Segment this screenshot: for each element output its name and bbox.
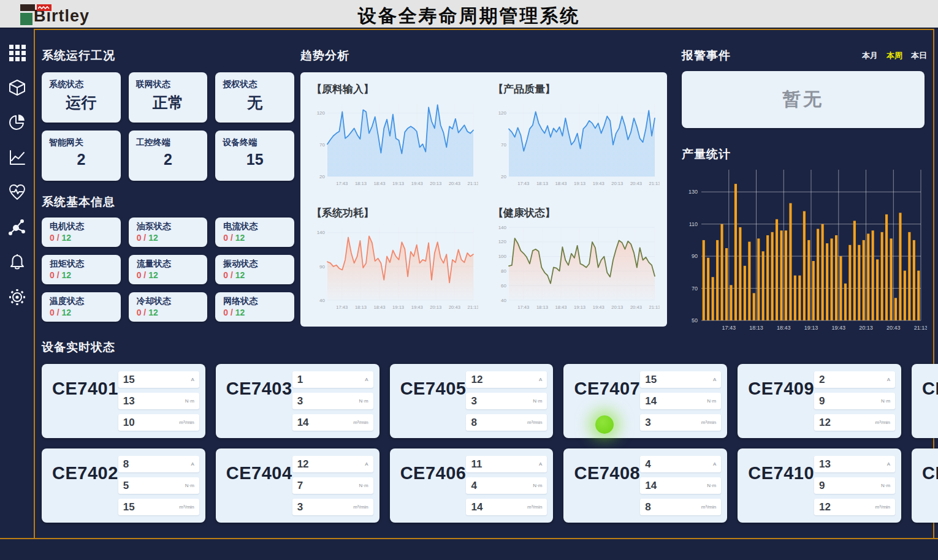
device-card-ce7409[interactable]: CE74092A9N·m12m³/min — [738, 364, 901, 438]
alarm-tab-本周[interactable]: 本周 — [887, 50, 902, 61]
grid-icon[interactable] — [7, 42, 28, 63]
device-name: CE7408 — [563, 448, 640, 523]
status-card: 授权状态无 — [215, 72, 294, 123]
device-metrics: 15A13N·m10m³/min — [118, 364, 205, 438]
device-card-ce7408[interactable]: CE74084A14N·m8m³/min — [563, 448, 727, 523]
section-title-production: 产量统计 — [682, 146, 927, 162]
device-metrics: 2A9N·m12m³/min — [814, 364, 901, 438]
info-card-label: 电机状态 — [50, 221, 113, 232]
svg-text:90: 90 — [692, 253, 698, 259]
svg-text:21:13: 21:13 — [467, 181, 478, 186]
section-title-devices: 设备实时状态 — [42, 339, 928, 355]
device-name: CE7405 — [390, 364, 467, 438]
metric-unit: N·m — [359, 483, 368, 488]
svg-text:19:13: 19:13 — [574, 181, 585, 186]
device-card-ce7406[interactable]: CE740611A4N·m14m³/min — [390, 448, 554, 523]
device-metric-row: 12A — [292, 456, 373, 472]
device-metric-row: 3m³/min — [640, 414, 721, 431]
count-total: 12 — [235, 308, 245, 317]
network-icon[interactable] — [7, 217, 28, 238]
device-card-ce7412[interactable]: CE74126A15N·m10m³/min — [912, 448, 938, 523]
device-card-ce7410[interactable]: CE741013A9N·m12m³/min — [738, 448, 901, 523]
device-card-ce7402[interactable]: CE74028A5N·m15m³/min — [42, 448, 205, 523]
count-current: 0 / — [137, 270, 148, 280]
trend-chart-title: 【健康状态】 — [493, 206, 660, 220]
svg-text:20:13: 20:13 — [611, 305, 623, 310]
svg-text:50: 50 — [692, 317, 698, 324]
device-card-ce7404[interactable]: CE740412A7N·m3m³/min — [216, 448, 379, 523]
metric-unit: N·m — [707, 398, 716, 404]
count-current: 0 / — [50, 308, 61, 317]
alarm-tab-本月[interactable]: 本月 — [862, 50, 878, 61]
svg-text:21:13: 21:13 — [914, 325, 927, 331]
metric-unit: m³/min — [701, 420, 716, 425]
svg-text:20:13: 20:13 — [859, 325, 873, 331]
device-metric-row: 8m³/min — [466, 414, 547, 431]
svg-text:120: 120 — [317, 110, 326, 116]
svg-text:17:43: 17:43 — [517, 305, 529, 310]
metric-unit: N·m — [359, 398, 368, 404]
svg-text:20:43: 20:43 — [630, 181, 642, 186]
device-metric-row: 12A — [466, 371, 547, 388]
device-card-ce7407[interactable]: CE740715A14N·m3m³/min — [563, 364, 727, 438]
alarm-tab-本日[interactable]: 本日 — [911, 50, 927, 61]
cube-icon[interactable] — [7, 77, 28, 98]
status-card-value: 15 — [223, 151, 287, 168]
info-card-label: 温度状态 — [50, 296, 113, 307]
svg-text:20: 20 — [319, 174, 325, 180]
metric-unit: A — [365, 377, 368, 382]
status-card-label: 工控终端 — [136, 137, 200, 148]
info-card-label: 电流状态 — [223, 221, 286, 232]
status-card-label: 联网状态 — [136, 79, 200, 90]
metric-value: 13 — [819, 458, 831, 471]
info-card-count: 0 / 12 — [223, 233, 286, 243]
trend-chart-title: 【原料输入】 — [311, 82, 478, 96]
svg-text:40: 40 — [319, 297, 325, 303]
system-status-cards: 系统状态运行联网状态正常授权状态无智能网关2工控终端2设备终端15 — [42, 72, 294, 181]
device-name: CE7404 — [216, 448, 292, 523]
svg-text:20:43: 20:43 — [449, 305, 460, 310]
device-metric-row: 8m³/min — [640, 499, 721, 515]
device-metrics: 15A14N·m3m³/min — [640, 364, 727, 438]
device-card-ce7401[interactable]: CE740115A13N·m10m³/min — [42, 364, 205, 438]
metric-value: 14 — [471, 501, 482, 513]
metric-unit: N·m — [533, 483, 542, 488]
bell-icon[interactable] — [7, 252, 28, 273]
trend-chart-title: 【产品质量】 — [493, 82, 660, 96]
device-metric-row: 11A — [466, 456, 547, 472]
info-card-count: 0 / 12 — [50, 308, 113, 317]
info-card-count: 0 / 12 — [50, 270, 113, 280]
metric-value: 8 — [471, 417, 476, 429]
device-metric-row: 12m³/min — [814, 414, 895, 431]
device-metric-row: 14N·m — [640, 477, 721, 494]
svg-text:20:13: 20:13 — [430, 305, 441, 310]
device-card-ce7403[interactable]: CE74031A3N·m14m³/min — [216, 364, 379, 438]
svg-text:17:43: 17:43 — [517, 181, 529, 186]
trend-chart-canvas: 207012017:4318:1318:4319:1319:4320:1320:… — [493, 97, 660, 189]
info-card-count: 0 / 12 — [223, 270, 286, 280]
metric-unit: m³/min — [527, 420, 542, 425]
trend-panel: 【原料输入】207012017:4318:1318:4319:1319:4320… — [300, 72, 667, 327]
status-card-value: 正常 — [136, 93, 200, 113]
gear-icon[interactable] — [7, 287, 28, 308]
pie-chart-icon[interactable] — [7, 112, 28, 133]
metric-unit: A — [539, 461, 542, 467]
sidebar — [0, 29, 34, 538]
svg-text:140: 140 — [498, 224, 507, 230]
metric-unit: A — [887, 461, 890, 467]
svg-text:80: 80 — [501, 268, 506, 274]
device-card-grid: CE740115A13N·m10m³/minCE74031A3N·m14m³/m… — [42, 364, 928, 523]
status-card-value: 2 — [136, 151, 200, 168]
line-chart-icon[interactable] — [7, 147, 28, 168]
status-card-label: 智能网关 — [49, 137, 113, 148]
metric-unit: m³/min — [701, 504, 716, 510]
device-card-ce7411[interactable]: CE741110A15N·m11m³/min — [912, 364, 938, 438]
info-card: 电流状态0 / 12 — [215, 218, 294, 247]
health-icon[interactable] — [7, 182, 28, 203]
metric-unit: A — [713, 461, 716, 467]
device-card-ce7405[interactable]: CE740512A3N·m8m³/min — [390, 364, 554, 438]
alarm-empty-text: 暂无 — [782, 87, 824, 112]
count-total: 12 — [148, 233, 158, 243]
device-metric-row: 15A — [640, 371, 721, 388]
metric-unit: m³/min — [875, 504, 890, 510]
